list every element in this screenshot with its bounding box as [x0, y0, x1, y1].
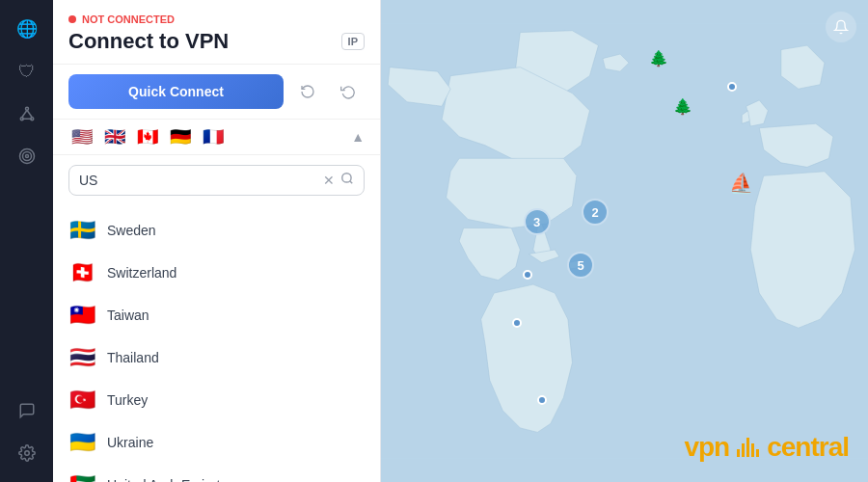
svg-point-10	[342, 174, 351, 182]
svg-point-0	[25, 107, 28, 110]
panel-header: NOT CONNECTED Connect to VPN IP	[53, 0, 380, 65]
country-name: Switzerland	[107, 265, 365, 281]
country-list-item[interactable]: 🇨🇭 Switzerland •••	[53, 252, 380, 294]
vpn-watermark: vpn central	[684, 432, 849, 463]
svg-line-3	[21, 110, 26, 118]
connection-status: NOT CONNECTED	[68, 13, 365, 25]
marker-circle-2[interactable]: 2	[582, 199, 609, 226]
flag-ca[interactable]: 🇨🇦	[134, 127, 161, 147]
country-list-item[interactable]: 🇹🇭 Thailand •••	[53, 336, 380, 379]
country-name: United Arab Emirates	[107, 477, 365, 482]
country-list-item[interactable]: 🇺🇦 Ukraine •••	[53, 421, 380, 464]
svg-line-4	[27, 110, 32, 118]
flag-collapse-icon[interactable]: ▲	[351, 129, 365, 145]
flag-row: 🇺🇸 🇬🇧 🇨🇦 🇩🇪 🇫🇷 ▲	[53, 120, 380, 155]
marker-dot-1	[523, 270, 532, 280]
country-list-item[interactable]: 🇦🇪 United Arab Emirates •••	[53, 464, 380, 482]
country-list-item[interactable]: 🇹🇷 Turkey •••	[53, 379, 380, 421]
marker-tree-1: 🌲	[649, 49, 668, 67]
map-area: 🌲 🌲 3 2 5 ⛵ vpn central	[381, 0, 868, 482]
country-list-item[interactable]: 🇸🇪 Sweden •••	[53, 209, 380, 252]
vpn-bars-icon	[737, 438, 759, 457]
sidebar: 🌐 🛡	[0, 0, 53, 482]
flag-fr[interactable]: 🇫🇷	[200, 127, 227, 147]
marker-boat: ⛵	[729, 172, 753, 195]
panel-controls: Quick Connect	[53, 65, 380, 120]
sidebar-icon-network[interactable]	[10, 96, 44, 131]
country-list: 🇸🇪 Sweden ••• 🇨🇭 Switzerland ••• 🇹🇼 Taiw…	[53, 205, 380, 482]
bell-icon[interactable]	[826, 12, 856, 42]
flag-gb[interactable]: 🇬🇧	[101, 127, 128, 147]
vpn-logo-text: vpn	[684, 432, 729, 463]
sidebar-icon-chat[interactable]	[10, 393, 44, 428]
search-clear-button[interactable]: ✕	[323, 173, 335, 188]
country-name: Taiwan	[107, 308, 365, 323]
marker-dot-3	[537, 395, 547, 405]
country-name: Sweden	[107, 223, 365, 238]
status-text: NOT CONNECTED	[82, 13, 175, 25]
flag-us[interactable]: 🇺🇸	[68, 127, 95, 147]
sidebar-icon-globe[interactable]: 🌐	[10, 12, 44, 46]
sidebar-icon-settings[interactable]	[10, 436, 44, 470]
search-input[interactable]	[79, 173, 317, 188]
ip-badge[interactable]: IP	[341, 33, 365, 50]
country-name: Ukraine	[107, 435, 365, 450]
marker-tree-2: 🌲	[673, 97, 692, 116]
country-flag: 🇹🇭	[68, 345, 95, 370]
vpn-panel: NOT CONNECTED Connect to VPN IP Quick Co…	[53, 0, 381, 482]
marker-circle-5[interactable]: 5	[567, 252, 594, 279]
marker-circle-3[interactable]: 3	[524, 208, 551, 235]
svg-point-8	[25, 155, 28, 158]
country-flag: 🇹🇷	[68, 388, 95, 413]
country-list-item[interactable]: 🇹🇼 Taiwan •••	[53, 294, 380, 336]
country-flag: 🇦🇪	[68, 472, 95, 482]
marker-dot-2	[512, 318, 522, 328]
search-box: ✕	[68, 165, 365, 196]
sidebar-icon-shield[interactable]: 🛡	[10, 54, 44, 89]
country-flag: 🇹🇼	[68, 303, 95, 328]
search-submit-button[interactable]	[340, 172, 354, 189]
sidebar-icon-target[interactable]	[10, 139, 44, 174]
svg-line-11	[350, 181, 353, 184]
country-name: Turkey	[107, 392, 365, 408]
refresh-button[interactable]	[332, 75, 365, 108]
central-logo-text: central	[767, 432, 849, 463]
country-flag: 🇸🇪	[68, 218, 95, 243]
country-flag: 🇨🇭	[68, 260, 95, 285]
quick-connect-button[interactable]: Quick Connect	[68, 74, 284, 109]
flag-de[interactable]: 🇩🇪	[167, 127, 194, 147]
panel-title: Connect to VPN	[68, 29, 229, 54]
svg-point-9	[24, 451, 29, 456]
status-dot	[68, 15, 76, 23]
marker-dot-4	[727, 82, 737, 92]
country-flag: 🇺🇦	[68, 430, 95, 455]
country-name: Thailand	[107, 350, 365, 365]
connect-title: Connect to VPN IP	[68, 29, 365, 54]
reload-button[interactable]	[291, 75, 324, 108]
svg-point-7	[22, 152, 31, 161]
